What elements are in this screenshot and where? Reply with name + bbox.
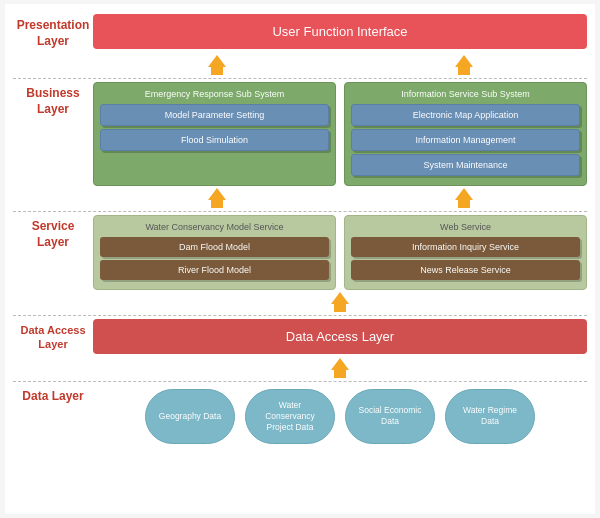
arrow-biz-svc-left (208, 188, 226, 208)
service-layer-row: Service Layer Water Conservancy Model Se… (13, 215, 587, 290)
arrow-shaft-6 (334, 370, 346, 378)
water-conservancy-service: Water Conservancy Model Service Dam Floo… (93, 215, 336, 290)
service-layer-content: Water Conservancy Model Service Dam Floo… (93, 215, 587, 290)
flood-simulation-module: Flood Simulation (100, 129, 329, 151)
emergency-subsystem-title: Emergency Response Sub System (100, 89, 329, 99)
user-function-interface: User Function Interface (93, 14, 587, 49)
water-conservancy-project-data: Water Conservancy Project Data (245, 389, 335, 444)
data-access-box: Data Access Layer (93, 319, 587, 354)
arrow-shaft-2 (458, 67, 470, 75)
arrow-shaft-3 (211, 200, 223, 208)
data-layer-row: Data Layer Geography Data Water Conserva… (13, 385, 587, 448)
web-service: Web Service Information Inquiry Service … (344, 215, 587, 290)
arrow-shaft-4 (458, 200, 470, 208)
arrow-head-3 (208, 188, 226, 200)
data-access-layer-row: Data Access Layer Data Access Layer (13, 319, 587, 356)
social-economic-data: Social Economic Data (345, 389, 435, 444)
divider-2 (13, 211, 587, 212)
data-access-layer-content: Data Access Layer (93, 319, 587, 356)
arrow-head-4 (455, 188, 473, 200)
data-layer-content: Geography Data Water Conservancy Project… (93, 385, 587, 448)
presentation-layer-row: PresentationLayer User Function Interfac… (13, 14, 587, 53)
architecture-diagram: PresentationLayer User Function Interfac… (5, 4, 595, 514)
arrow-head-6 (331, 358, 349, 370)
news-release-service: News Release Service (351, 260, 580, 280)
arrow-biz-svc-right (455, 188, 473, 208)
data-cylinders-area: Geography Data Water Conservancy Project… (93, 385, 587, 448)
data-access-layer-label: Data Access Layer (13, 319, 93, 356)
model-parameter-module: Model Parameter Setting (100, 104, 329, 126)
business-layer-row: Business Layer Emergency Response Sub Sy… (13, 82, 587, 186)
web-service-title: Web Service (351, 222, 580, 232)
geography-data: Geography Data (145, 389, 235, 444)
business-area: Emergency Response Sub System Model Para… (93, 82, 587, 186)
divider-4 (13, 381, 587, 382)
arrow-pres-biz-right (455, 55, 473, 75)
arrow-dal-data (331, 358, 349, 378)
river-flood-model: River Flood Model (100, 260, 329, 280)
info-management-module: Information Management (351, 129, 580, 151)
divider-3 (13, 315, 587, 316)
water-conservancy-title: Water Conservancy Model Service (100, 222, 329, 232)
data-layer-label: Data Layer (13, 385, 93, 448)
presentation-layer-label: PresentationLayer (13, 14, 93, 53)
electronic-map-module: Electronic Map Application (351, 104, 580, 126)
arrow-shaft-5 (334, 304, 346, 312)
info-service-subsystem: Information Service Sub System Electroni… (344, 82, 587, 186)
info-inquiry-service: Information Inquiry Service (351, 237, 580, 257)
presentation-layer-content: User Function Interface (93, 14, 587, 53)
divider-1 (13, 78, 587, 79)
info-service-subsystem-title: Information Service Sub System (351, 89, 580, 99)
arrow-head-2 (455, 55, 473, 67)
system-maintenance-module: System Maintenance (351, 154, 580, 176)
service-area: Water Conservancy Model Service Dam Floo… (93, 215, 587, 290)
dam-flood-model: Dam Flood Model (100, 237, 329, 257)
business-layer-content: Emergency Response Sub System Model Para… (93, 82, 587, 186)
service-layer-label: Service Layer (13, 215, 93, 290)
business-layer-label: Business Layer (13, 82, 93, 186)
arrow-pres-biz-left (208, 55, 226, 75)
water-regime-data: Water Regime Data (445, 389, 535, 444)
arrow-shaft-1 (211, 67, 223, 75)
arrow-head-5 (331, 292, 349, 304)
arrow-head-1 (208, 55, 226, 67)
emergency-subsystem: Emergency Response Sub System Model Para… (93, 82, 336, 186)
arrow-svc-dal (331, 292, 349, 312)
